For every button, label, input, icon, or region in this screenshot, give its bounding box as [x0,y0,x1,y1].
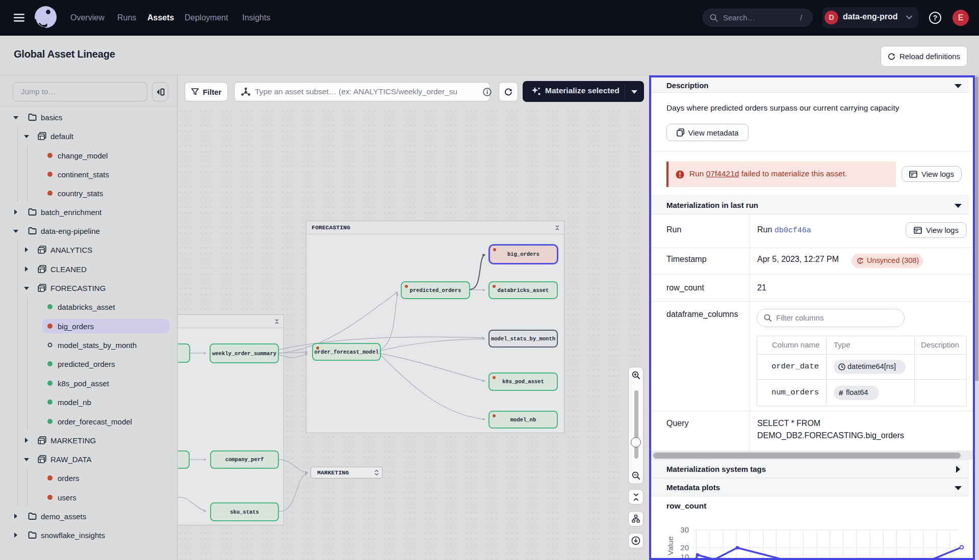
svg-text:20: 20 [680,543,689,552]
svg-text:10: 10 [680,552,689,558]
svg-text:?: ? [933,14,938,22]
svg-text:Value: Value [666,537,675,555]
svg-text:30: 30 [680,525,689,534]
